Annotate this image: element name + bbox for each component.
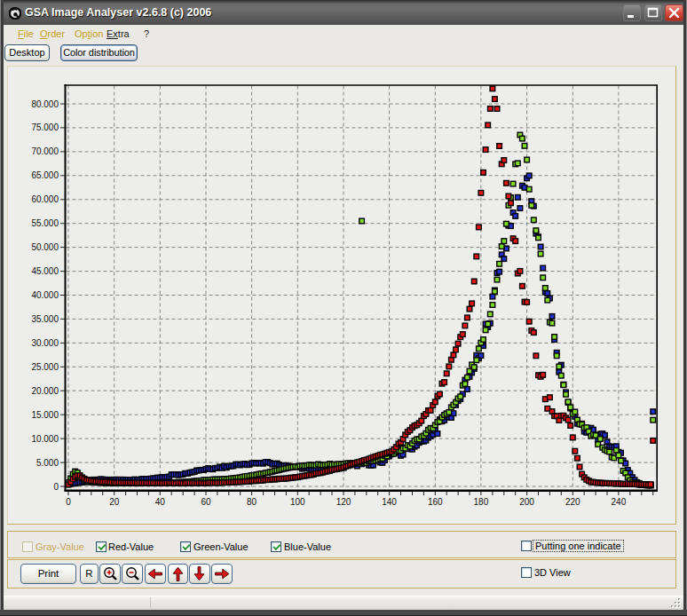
svg-text:25.000: 25.000 [31,362,59,372]
svg-text:0: 0 [53,482,59,492]
svg-text:200: 200 [519,497,534,507]
svg-text:60.000: 60.000 [31,194,59,204]
svg-text:15.000: 15.000 [31,410,59,420]
svg-text:80: 80 [247,497,257,507]
svg-text:35.000: 35.000 [31,314,59,324]
svg-text:45.000: 45.000 [31,266,59,276]
svg-text:55.000: 55.000 [31,218,59,228]
svg-text:20.000: 20.000 [31,386,59,396]
svg-text:65.000: 65.000 [31,170,59,180]
svg-text:20: 20 [109,497,120,507]
svg-text:100: 100 [290,497,305,507]
svg-text:40: 40 [155,497,166,507]
svg-text:180: 180 [474,497,489,507]
svg-text:10.000: 10.000 [31,434,59,444]
svg-text:40.000: 40.000 [31,290,59,300]
svg-text:5.000: 5.000 [36,458,59,468]
svg-text:120: 120 [336,497,351,507]
svg-text:60: 60 [201,497,211,507]
svg-text:80.000: 80.000 [31,99,59,109]
svg-text:30.000: 30.000 [31,338,59,348]
svg-text:240: 240 [612,497,627,507]
svg-text:160: 160 [428,497,443,507]
svg-text:0: 0 [66,497,71,507]
svg-text:70.000: 70.000 [31,146,59,156]
svg-text:220: 220 [565,497,580,507]
svg-text:75.000: 75.000 [31,122,59,132]
svg-text:140: 140 [382,497,397,507]
svg-text:50.000: 50.000 [31,242,59,252]
